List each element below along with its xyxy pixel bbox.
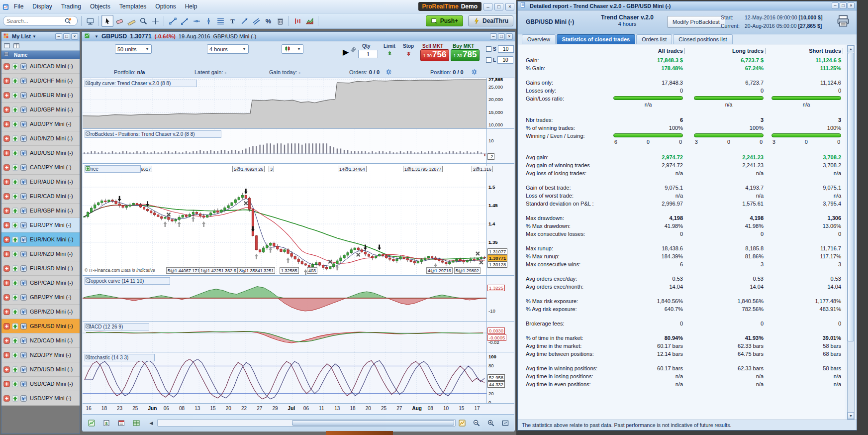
watchlist-row[interactable]: GBP/NZD Mini (-) bbox=[1, 305, 80, 319]
timeframe-select[interactable]: 4 hours▼ bbox=[207, 44, 249, 54]
chart-icon[interactable] bbox=[20, 308, 27, 316]
pointer-chart-icon[interactable] bbox=[456, 417, 468, 429]
panel-price[interactable]: 1.51.451.41.351.310771.307711.30128Price… bbox=[83, 164, 514, 276]
s-checkbox[interactable] bbox=[486, 46, 491, 52]
watchlist-close-button[interactable]: × bbox=[71, 33, 78, 40]
panel-close-icon[interactable] bbox=[213, 131, 219, 137]
eraser-icon[interactable] bbox=[113, 15, 125, 27]
chart-icon[interactable] bbox=[20, 120, 27, 128]
up-arrow-icon[interactable] bbox=[11, 366, 19, 373]
print-icon[interactable] bbox=[837, 14, 850, 27]
s-value-input[interactable] bbox=[498, 45, 514, 53]
quote-icon[interactable] bbox=[3, 323, 10, 330]
chart-icon[interactable] bbox=[20, 221, 27, 229]
panel-close-icon[interactable] bbox=[116, 166, 122, 172]
chart-icon[interactable] bbox=[20, 250, 27, 258]
scroll-left-button[interactable]: ◀ bbox=[145, 417, 157, 429]
report-titlebar[interactable]: Detailed report - Trend Chaser v.2.0 - G… bbox=[518, 1, 857, 10]
watchlist-titlebar[interactable]: My List ▼ – □ × bbox=[1, 32, 80, 41]
chart-icon[interactable] bbox=[20, 63, 27, 70]
chart-icon[interactable] bbox=[20, 77, 27, 85]
watchlist-row[interactable]: EUR/JPY Mini (-) bbox=[1, 218, 80, 232]
chart-icon[interactable] bbox=[20, 164, 27, 171]
zoom-icon[interactable] bbox=[137, 15, 149, 27]
up-arrow-icon[interactable] bbox=[11, 207, 19, 215]
watchlist-row[interactable]: EUR/AUD Mini (-) bbox=[1, 175, 80, 189]
chart-icon[interactable] bbox=[20, 337, 27, 344]
quote-icon[interactable] bbox=[3, 236, 10, 243]
chart-icon[interactable] bbox=[20, 279, 27, 287]
search-box[interactable] bbox=[3, 16, 78, 26]
search-icon[interactable] bbox=[64, 17, 72, 25]
l-value-input[interactable] bbox=[497, 56, 513, 64]
watchlist-row[interactable]: EUR/CAD Mini (-) bbox=[1, 189, 80, 204]
modify-probacktest-button[interactable]: Modify ProBacktest bbox=[667, 16, 725, 28]
chart-close-button[interactable]: × bbox=[506, 33, 513, 40]
limit-order-icon[interactable] bbox=[386, 50, 393, 57]
watchlist-row[interactable]: AUD/GBP Mini (-) bbox=[1, 103, 80, 117]
chart-icon[interactable] bbox=[20, 92, 27, 99]
maximize-button[interactable]: □ bbox=[494, 3, 503, 10]
quote-icon[interactable] bbox=[3, 77, 10, 85]
up-arrow-icon[interactable] bbox=[11, 337, 19, 344]
panel-positions[interactable]: 10-2ProBacktest - Positions: Trend Chase… bbox=[83, 129, 514, 164]
units-select[interactable]: 50 units▼ bbox=[115, 44, 152, 54]
chart-minimize-button[interactable]: – bbox=[490, 33, 497, 40]
panel-equity[interactable]: 27,86525,00020,00015,00010,000Equity cur… bbox=[83, 78, 514, 129]
bar-chart-icon[interactable] bbox=[291, 15, 303, 27]
chart-scroll-thumb[interactable] bbox=[292, 420, 454, 426]
stop-order-icon[interactable] bbox=[405, 50, 412, 57]
minimize-button[interactable]: – bbox=[483, 3, 492, 10]
watchlist-minimize-button[interactable]: – bbox=[55, 33, 62, 40]
tab-overview[interactable]: Overview bbox=[522, 34, 556, 44]
panel-close-icon[interactable] bbox=[162, 278, 168, 284]
chart-icon[interactable] bbox=[20, 380, 27, 388]
orders-book-icon[interactable]: $ bbox=[100, 417, 112, 429]
watchlist-row[interactable]: GBP/CAD Mini (-) bbox=[1, 276, 80, 290]
push-button[interactable]: Push+ bbox=[426, 15, 463, 26]
table-icon[interactable] bbox=[130, 417, 142, 429]
fibonacci-icon[interactable] bbox=[214, 15, 226, 27]
up-arrow-icon[interactable] bbox=[11, 380, 19, 388]
up-arrow-icon[interactable] bbox=[11, 92, 19, 99]
quote-icon[interactable] bbox=[3, 92, 10, 99]
panel-window-icon[interactable] bbox=[138, 355, 144, 361]
up-arrow-icon[interactable] bbox=[11, 77, 19, 85]
l-checkbox[interactable] bbox=[486, 57, 491, 63]
up-arrow-icon[interactable] bbox=[11, 164, 19, 171]
up-arrow-icon[interactable] bbox=[11, 221, 19, 229]
panel-window-icon[interactable] bbox=[133, 324, 139, 330]
tab-closed-positions-list[interactable]: Closed positions list bbox=[673, 34, 732, 44]
panel-window-icon[interactable] bbox=[108, 166, 114, 172]
chart-icon[interactable] bbox=[20, 351, 27, 359]
area-chart-icon[interactable] bbox=[303, 15, 315, 27]
quote-icon[interactable] bbox=[3, 380, 10, 388]
close-button[interactable]: × bbox=[505, 3, 514, 10]
up-arrow-icon[interactable] bbox=[11, 395, 19, 402]
up-arrow-icon[interactable] bbox=[11, 294, 19, 301]
watchlist-row[interactable]: AUD/CHF Mini (-) bbox=[1, 74, 80, 88]
quote-icon[interactable] bbox=[3, 178, 10, 186]
panel-window-icon[interactable] bbox=[154, 278, 160, 284]
report-maximize-button[interactable]: □ bbox=[840, 2, 847, 9]
menu-display[interactable]: Display bbox=[28, 1, 56, 11]
menu-file[interactable]: File bbox=[9, 1, 28, 11]
chart-icon[interactable] bbox=[20, 178, 27, 186]
chart-icon[interactable] bbox=[20, 135, 27, 142]
chart-icon[interactable] bbox=[20, 236, 27, 243]
up-icon[interactable] bbox=[132, 166, 138, 172]
ruler-icon[interactable] bbox=[125, 15, 137, 27]
scroll-up-button[interactable]: ▲ bbox=[848, 45, 854, 52]
watchlist-row[interactable]: AUD/JPY Mini (-) bbox=[1, 117, 80, 131]
chart-icon[interactable] bbox=[20, 149, 27, 157]
up-arrow-icon[interactable] bbox=[11, 193, 19, 200]
columns-icon[interactable] bbox=[13, 42, 20, 50]
tab-statistics-of-closed-trades[interactable]: Statistics of closed trades bbox=[557, 34, 635, 44]
chart-type-select[interactable]: ▼ bbox=[282, 44, 303, 54]
watchlist-row[interactable]: USD/JPY Mini (-) bbox=[1, 391, 80, 406]
up-arrow-icon[interactable] bbox=[11, 236, 19, 243]
up-arrow-icon[interactable] bbox=[11, 178, 19, 186]
quote-icon[interactable] bbox=[3, 193, 10, 200]
quote-icon[interactable] bbox=[3, 135, 10, 142]
panel-coppock[interactable]: 1.3225-10Coppock curve (14 11 10) bbox=[83, 276, 514, 322]
